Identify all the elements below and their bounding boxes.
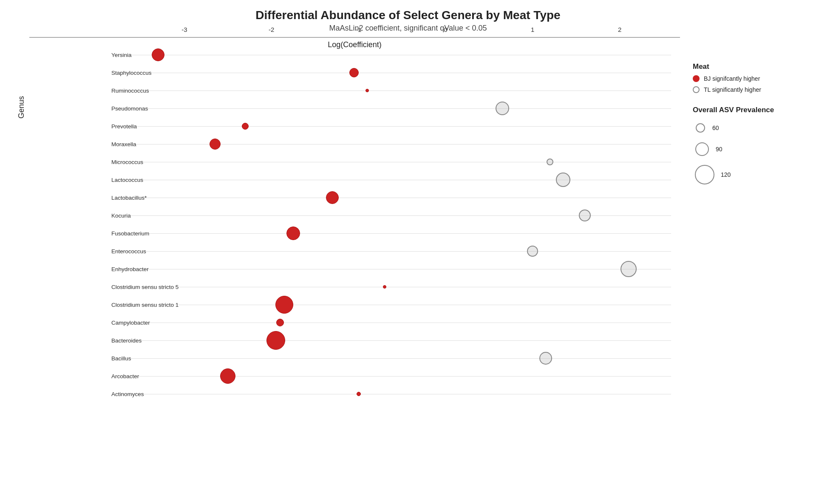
prevalence-60-label: 60 [712, 125, 719, 131]
grid-line-h [115, 394, 671, 394]
grid-line-h [115, 198, 671, 198]
dot-Micrococcus [547, 159, 553, 165]
grid-line-h [115, 340, 671, 341]
dot-Lactococcus [556, 173, 570, 187]
prevalence-legend-title: Overall ASV Prevalence [693, 106, 799, 114]
bj-legend-label: BJ signifcantly higher [704, 75, 760, 82]
prevalence-90-icon [693, 140, 711, 159]
grid-line-h [115, 91, 671, 91]
x-tick-label: -2 [269, 26, 274, 33]
grid-line-h [115, 376, 671, 377]
dot-Fusobacterium [286, 227, 300, 240]
plot-area-wrapper: -3-2-1012YersiniaStaphylococcusRuminococ… [29, 37, 680, 49]
grid-line-h [115, 287, 671, 287]
prevalence-120-icon [693, 163, 717, 187]
dot-Ruminococcus [366, 89, 369, 92]
prevalence-60-icon [693, 120, 708, 136]
dot-Bacteroides [266, 331, 285, 350]
tl-legend-dot [693, 86, 700, 93]
prevalence-90-label: 90 [716, 146, 722, 153]
grid-line-h [115, 251, 671, 252]
x-tick-label: 1 [531, 26, 534, 33]
dot-Arcobacter [220, 368, 235, 384]
grid-line-h [115, 323, 671, 323]
chart-body: Genus -3-2-1012YersiniaStaphylococcusRum… [0, 37, 816, 191]
grid-line-h [115, 126, 671, 127]
dot-Enhydrobacter [620, 261, 637, 277]
chart-title: Differential Abundance of Select Genera … [255, 8, 560, 22]
tl-legend-label: TL significantly higher [704, 86, 761, 93]
x-tick-label: -3 [181, 26, 187, 33]
legend-area: Meat BJ signifcantly higher TL significa… [680, 37, 799, 191]
dot-Moraxella [210, 139, 221, 150]
y-axis-label: Genus [17, 96, 26, 119]
bj-legend-item: BJ signifcantly higher [693, 75, 799, 82]
dot-Pseudomonas [496, 102, 509, 115]
chart-container: Differential Abundance of Select Genera … [0, 0, 816, 504]
dot-Yersinia [152, 48, 164, 61]
plot-area: -3-2-1012YersiniaStaphylococcusRuminococ… [29, 37, 680, 38]
grid-line-h [115, 305, 671, 305]
dot-Lactobacillus [326, 191, 339, 204]
grid-line-h [115, 144, 671, 144]
grid-line-h [115, 180, 671, 180]
grid-line-h [115, 269, 671, 269]
grid-line-h [115, 55, 671, 55]
dot-Enterococcus [527, 246, 538, 257]
x-axis-label: Log(Coefficient) [29, 40, 680, 49]
dot-Actinomyces [357, 392, 361, 396]
grid-line-h [115, 108, 671, 109]
prevalence-120-item: 120 [693, 163, 799, 187]
meat-legend-title: Meat [693, 62, 799, 71]
dot-Clostridium-sensu-stricto-1 [275, 296, 293, 314]
dot-Kocuria [579, 210, 591, 221]
grid-line-h [115, 358, 671, 359]
prevalence-60-item: 60 [693, 120, 799, 136]
dot-Bacillus [539, 352, 552, 365]
x-tick-label: 2 [618, 26, 621, 33]
svg-point-1 [696, 143, 708, 156]
dot-Clostridium-sensu-stricto-5 [383, 285, 386, 289]
svg-point-2 [695, 165, 714, 184]
prevalence-90-item: 90 [693, 140, 799, 159]
chart-subtitle: MaAsLin2 coefficient, significant qValue… [329, 24, 487, 33]
grid-line-h [115, 233, 671, 234]
dot-Campylobacter [276, 319, 284, 326]
grid-line-h [115, 162, 671, 162]
x-tick-label: 0 [444, 26, 447, 33]
dot-Staphylococcus [349, 68, 359, 77]
prevalence-120-label: 120 [721, 171, 731, 178]
grid-line-h [115, 73, 671, 73]
bj-legend-dot [693, 75, 700, 82]
dot-Prevotella [242, 123, 249, 130]
x-tick-label: -1 [356, 26, 361, 33]
tl-legend-item: TL significantly higher [693, 86, 799, 93]
svg-point-0 [696, 124, 705, 132]
